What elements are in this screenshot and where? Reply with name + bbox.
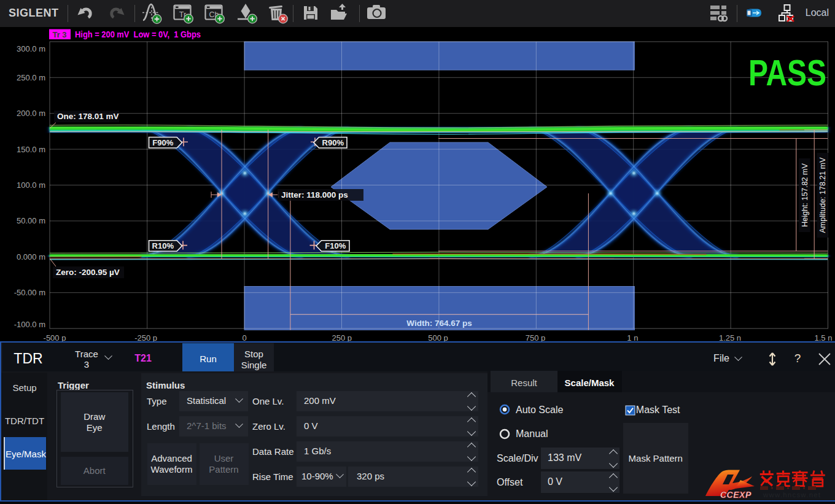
svg-text:500 p: 500 p <box>428 333 448 342</box>
svg-text:-100.0 m: -100.0 m <box>14 320 45 329</box>
svg-text:150.0 m: 150.0 m <box>17 145 45 154</box>
svg-text:250.0 m: 250.0 m <box>17 73 45 82</box>
svg-text:www.hncsw.net: www.hncsw.net <box>763 491 821 498</box>
svg-text:R10%: R10% <box>152 241 174 250</box>
svg-text:-500 p: -500 p <box>44 333 66 342</box>
svg-text:1.25 n: 1.25 n <box>719 333 741 342</box>
svg-text:R90%: R90% <box>322 138 344 147</box>
svg-text:CCEXP: CCEXP <box>720 490 752 500</box>
svg-text:0.000 m: 0.000 m <box>17 252 45 262</box>
svg-text:1 n: 1 n <box>627 333 638 342</box>
svg-text:750 p: 750 p <box>526 333 546 342</box>
svg-text:Amplitude: 178.21 mV: Amplitude: 178.21 mV <box>818 157 827 233</box>
svg-text:PASS: PASS <box>748 53 826 93</box>
svg-text:300.0 m: 300.0 m <box>17 44 45 53</box>
svg-text:Width: 764.67 ps: Width: 764.67 ps <box>406 319 472 328</box>
svg-text:F90%: F90% <box>152 138 173 147</box>
svg-text:F10%: F10% <box>325 241 346 250</box>
svg-text:Jitter: 118.000 ps: Jitter: 118.000 ps <box>281 190 348 200</box>
svg-text:Height: 157.82 mV: Height: 157.82 mV <box>801 163 809 227</box>
svg-text:Zero: -200.95 µV: Zero: -200.95 µV <box>56 268 120 277</box>
svg-text:-50.00 m: -50.00 m <box>14 288 45 297</box>
svg-text:Tr 3: Tr 3 <box>52 30 66 39</box>
svg-text:High = 200 mV Low = 0V, 1 Gb: High = 200 mV Low = 0V, 1 Gbps <box>75 29 201 39</box>
svg-text:100.0 m: 100.0 m <box>17 180 45 190</box>
svg-text:50.00 m: 50.00 m <box>17 216 45 225</box>
svg-text:1.5 n: 1.5 n <box>815 333 833 342</box>
svg-text:-250 p: -250 p <box>134 333 157 342</box>
svg-text:200.0 m: 200.0 m <box>17 109 45 118</box>
svg-text:0: 0 <box>242 333 246 342</box>
svg-text:250 p: 250 p <box>332 333 352 342</box>
svg-text:One: 178.01 mV: One: 178.01 mV <box>57 112 119 121</box>
